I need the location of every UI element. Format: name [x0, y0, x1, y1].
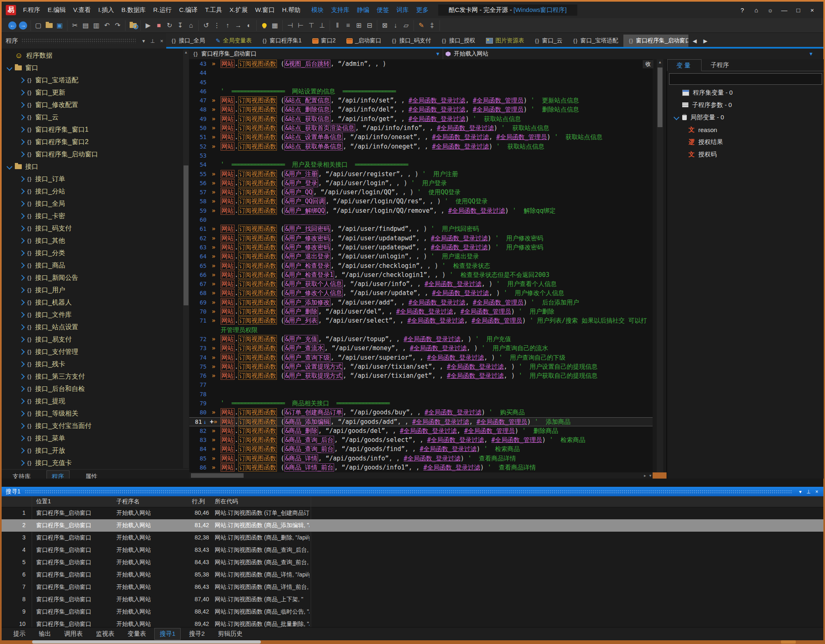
- code-line-67[interactable]: 67»网站.订阅视图函数 (&用户_获取个人信息, “/api/user/inf…: [189, 279, 653, 288]
- tree-item-接口_易支付[interactable]: {}接口_易支付: [2, 333, 183, 346]
- align-top-icon[interactable]: ⊤: [306, 21, 317, 30]
- chevron-right-icon[interactable]: [19, 188, 25, 194]
- same-height-icon[interactable]: ⊟: [364, 21, 375, 30]
- column-header-位置1[interactable]: 位置1: [36, 498, 51, 505]
- code-line-45[interactable]: 45: [189, 78, 653, 87]
- tab-scroll-left-icon[interactable]: ◀: [689, 38, 700, 44]
- close-icon[interactable]: ×: [813, 489, 821, 495]
- editor-subroutine-name[interactable]: 开始载入网站: [454, 50, 488, 58]
- editor-horizontal-scrollbar[interactable]: ▸ ▾: [189, 472, 653, 479]
- build-icon[interactable]: ⌂: [186, 21, 196, 30]
- menu-item-8[interactable]: X.扩展: [226, 5, 251, 16]
- tree-item-窗口_云[interactable]: {}窗口_云: [2, 111, 183, 123]
- chevron-right-icon[interactable]: [19, 300, 25, 305]
- code-line-75[interactable]: 75»网站.订阅视图函数 (&用户_设置提现方式, “/api/user/tix…: [189, 362, 653, 371]
- chevron-right-icon[interactable]: [19, 349, 25, 355]
- dock-tab-监视表[interactable]: 监视表: [91, 628, 119, 639]
- variable-item-子程序参数 - 0[interactable]: 子程序参数 - 0: [667, 99, 824, 111]
- code-line-61[interactable]: 61»网站.订阅视图函数 (&用户_找回密码, “/api/user/findp…: [189, 224, 653, 233]
- chevron-right-icon[interactable]: [19, 374, 25, 379]
- scroll-up-icon[interactable]: ▲: [657, 60, 663, 64]
- tree-item-接口_充值卡[interactable]: {}接口_充值卡: [2, 457, 183, 469]
- tab-接口_码支付[interactable]: {}接口_码支付: [387, 35, 437, 47]
- menu-item-3[interactable]: I.插入: [95, 5, 118, 16]
- tree-item-接口_其他[interactable]: {}接口_其他: [2, 235, 183, 247]
- column-header-所在代码[interactable]: 所在代码: [215, 498, 238, 505]
- tab-全局变量表[interactable]: ✎全局变量表: [210, 35, 257, 47]
- close-icon[interactable]: ×: [157, 38, 166, 44]
- search-result-row[interactable]: 9窗口程序集_启动窗口开始载入网站88,42网站.订阅视图函数 (商品_临时公告…: [2, 606, 823, 618]
- code-line-84[interactable]: 84»网站.订阅视图函数 (&商品_查询_前台, “/api/goods/fin…: [189, 444, 653, 453]
- chevron-right-icon[interactable]: [19, 201, 25, 207]
- code-line-85[interactable]: 85»网站.订阅视图函数 (&商品_详情, “/api/goods/info”,…: [189, 454, 653, 463]
- code-line-55[interactable]: 55»网站.订阅视图函数 (&用户_注册, “/api/user/registe…: [189, 170, 653, 179]
- code-line-83[interactable]: 83»网站.订阅视图函数 (&商品_查询_后台, “/api/goods/sel…: [189, 435, 653, 444]
- tree-item-接口_卡密[interactable]: {}接口_卡密: [2, 210, 183, 222]
- code-line-47[interactable]: 47»网站.订阅视图函数 (&站点_配置信息, “/api/info/set”,…: [189, 96, 653, 105]
- search-result-row[interactable]: 1窗口程序集_启动窗口开始载入网站80,46网站.订阅视图函数 (订单_创建商品…: [2, 507, 823, 519]
- menu-extra-4[interactable]: 词库: [393, 5, 413, 16]
- tab-_启动窗口[interactable]: _启动窗口: [341, 35, 387, 47]
- menu-item-10[interactable]: H.帮助: [279, 5, 304, 16]
- code-line-72[interactable]: 72»网站.订阅视图函数 (&用户_充值, “/api/user/topup”,…: [189, 335, 653, 344]
- tree-item-接口_开放[interactable]: {}接口_开放: [2, 444, 183, 457]
- copy-icon[interactable]: ▤: [80, 21, 91, 30]
- chevron-right-icon[interactable]: [19, 114, 25, 120]
- chevron-right-icon[interactable]: [19, 77, 25, 83]
- scrollbar-thumb[interactable]: [191, 473, 244, 478]
- right-panel-dropdown-icon[interactable]: ▼: [809, 51, 813, 57]
- tree-item-窗口_修改配置[interactable]: {}窗口_修改配置: [2, 99, 183, 111]
- code-line-50[interactable]: 50»网站.订阅视图函数 (&站点_获取首页渲染信息, “/api/info/i…: [189, 123, 653, 133]
- settings-icon[interactable]: ☼: [763, 7, 777, 14]
- code-line-69[interactable]: 69»网站.订阅视图函数 (&用户_添加修改, “/api/user/add”,…: [189, 298, 653, 307]
- chevron-right-icon[interactable]: [19, 139, 25, 145]
- chevron-right-icon[interactable]: [19, 460, 25, 466]
- lock-icon[interactable]: ⊠: [379, 21, 390, 30]
- store-icon[interactable]: ⌂: [749, 7, 763, 14]
- chevron-right-icon[interactable]: [19, 250, 25, 256]
- tree-item-窗口_更新[interactable]: {}窗口_更新: [2, 86, 183, 99]
- code-line-49[interactable]: 49»网站.订阅视图函数 (&站点_获取信息, “/api/info/get”,…: [189, 114, 653, 123]
- code-line-65[interactable]: 65»网站.订阅视图函数 (&用户_检查登录, “/api/user/check…: [189, 261, 653, 270]
- dock-tab-搜寻2[interactable]: 搜寻2: [184, 628, 209, 639]
- code-line-71[interactable]: 71»网站.订阅视图函数 (&用户_列表, “/api/user/select”…: [189, 316, 653, 335]
- code-line-44[interactable]: 44: [189, 68, 653, 77]
- chevron-right-icon[interactable]: [19, 324, 25, 330]
- tree-item-接口_订单[interactable]: {}接口_订单: [2, 173, 183, 185]
- search-result-row[interactable]: 3窗口程序集_启动窗口开始载入网站82,38网站.订阅视图函数 (商品_删除, …: [2, 532, 823, 544]
- menu-item-5[interactable]: R.运行: [149, 5, 175, 16]
- menu-extra-0[interactable]: 模块: [308, 5, 328, 16]
- chevron-right-icon[interactable]: [19, 151, 25, 157]
- code-line-58[interactable]: 58»网站.订阅视图函数 (&用户_QQ回调, “/api/user/login…: [189, 197, 653, 206]
- chevron-right-icon[interactable]: [19, 102, 25, 108]
- variables-tab-子程序[interactable]: 子程序: [702, 59, 738, 71]
- scroll-right-icon[interactable]: ▸: [644, 472, 646, 479]
- menu-item-1[interactable]: E.编辑: [44, 5, 70, 16]
- center-v-icon[interactable]: ≡: [343, 21, 353, 30]
- open-icon[interactable]: [44, 21, 54, 30]
- search-result-row[interactable]: 2窗口程序集_启动窗口开始载入网站81,42网站.订阅视图函数 (商品_添加编辑…: [2, 519, 823, 532]
- tree-item-接口_提现[interactable]: {}接口_提现: [2, 395, 183, 407]
- code-line-53[interactable]: 53: [189, 151, 653, 160]
- column-header-行,列[interactable]: 行,列: [192, 498, 205, 505]
- maximize-icon[interactable]: □: [791, 7, 805, 14]
- chevron-right-icon[interactable]: [19, 337, 25, 342]
- tab-窗口2[interactable]: 窗口2: [307, 35, 341, 47]
- tree-item-接口_分类[interactable]: {}接口_分类: [2, 247, 183, 259]
- code-line-43[interactable]: 43»网站.订阅视图函数 (&视图_后台跳转, “/admin”, , ): [189, 59, 653, 68]
- tree-item-接口_商品[interactable]: {}接口_商品: [2, 259, 183, 272]
- code-line-60[interactable]: 60: [189, 215, 653, 224]
- down-icon[interactable]: ↓: [390, 21, 401, 30]
- code-line-77[interactable]: 77: [189, 380, 653, 389]
- code-line-74[interactable]: 74»网站.订阅视图函数 (&用户_查询下级, “/api/user/super…: [189, 353, 653, 362]
- code-line-78[interactable]: 78: [189, 390, 653, 399]
- collapse-button[interactable]: 收: [643, 60, 653, 68]
- code-line-57[interactable]: 57»网站.订阅视图函数 (&用户_QQ, “/api/user/login/Q…: [189, 188, 653, 197]
- dock-tab-变量表[interactable]: 变量表: [123, 628, 151, 639]
- compile-icon[interactable]: ↧: [175, 21, 186, 30]
- step-out-icon[interactable]: ↑: [222, 21, 233, 30]
- tab-窗口程序集1[interactable]: {}窗口程序集1: [257, 35, 307, 47]
- variable-item-reason[interactable]: 文reason: [667, 123, 824, 136]
- editor-class-selector[interactable]: {} 窗口程序集_启动窗口 ▼: [189, 50, 440, 58]
- menu-item-9[interactable]: W.窗口: [251, 5, 279, 16]
